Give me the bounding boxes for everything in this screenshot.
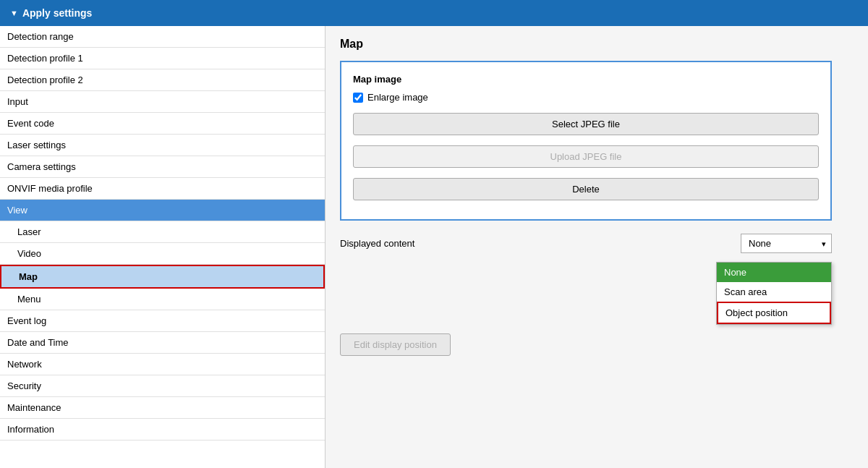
displayed-content-row: Displayed content None Scan area Object … — [340, 234, 832, 253]
delete-button[interactable]: Delete — [353, 178, 819, 200]
map-image-title: Map image — [353, 74, 819, 85]
sidebar-item-detection-profile-1[interactable]: Detection profile 1 — [0, 48, 325, 69]
sidebar-item-input[interactable]: Input — [0, 91, 325, 113]
sidebar-item-menu[interactable]: Menu — [0, 289, 325, 310]
sidebar-item-event-log[interactable]: Event log — [0, 310, 325, 332]
sidebar-item-camera-settings[interactable]: Camera settings — [0, 156, 325, 178]
main-content: Detection rangeDetection profile 1Detect… — [0, 26, 868, 468]
dropdown-option-scan-area[interactable]: Scan area — [717, 282, 831, 302]
enlarge-image-row: Enlarge image — [353, 92, 819, 103]
dropdown-option-none[interactable]: None — [717, 263, 831, 282]
sidebar-item-security[interactable]: Security — [0, 375, 325, 397]
sidebar-item-view[interactable]: View — [0, 200, 325, 221]
sidebar-item-detection-range[interactable]: Detection range — [0, 26, 325, 48]
select-jpeg-button[interactable]: Select JPEG file — [353, 113, 819, 135]
right-panel: Map Map image Enlarge image Select JPEG … — [326, 26, 868, 468]
top-bar: ▼ Apply settings — [0, 0, 868, 26]
map-image-box: Map image Enlarge image Select JPEG file… — [340, 61, 832, 221]
sidebar-item-date-and-time[interactable]: Date and Time — [0, 332, 325, 354]
sidebar-item-event-code[interactable]: Event code — [0, 113, 325, 135]
enlarge-checkbox[interactable] — [353, 93, 363, 103]
sidebar-item-video[interactable]: Video — [0, 243, 325, 265]
dropdown-popup: NoneScan areaObject position — [340, 262, 832, 325]
displayed-content-select-wrapper[interactable]: None Scan area Object position ▾ — [741, 234, 832, 253]
displayed-content-select[interactable]: None Scan area Object position — [741, 234, 832, 253]
displayed-content-label: Displayed content — [340, 238, 414, 249]
sidebar-item-information[interactable]: Information — [0, 419, 325, 441]
dropdown-option-object-position[interactable]: Object position — [717, 302, 831, 324]
dropdown-list: NoneScan areaObject position — [716, 262, 832, 325]
sidebar-item-network[interactable]: Network — [0, 354, 325, 375]
sidebar-item-maintenance[interactable]: Maintenance — [0, 397, 325, 419]
sidebar-item-laser[interactable]: Laser — [0, 221, 325, 243]
sidebar-item-detection-profile-2[interactable]: Detection profile 2 — [0, 69, 325, 91]
edit-display-position-button[interactable]: Edit display position — [340, 333, 451, 356]
enlarge-label: Enlarge image — [367, 92, 428, 103]
sidebar-item-onvif-media-profile[interactable]: ONVIF media profile — [0, 178, 325, 200]
apply-settings-label: Apply settings — [22, 7, 92, 19]
section-title: Map — [340, 38, 854, 51]
edit-position-row: Edit display position — [340, 333, 832, 356]
sidebar-item-laser-settings[interactable]: Laser settings — [0, 135, 325, 156]
sidebar: Detection rangeDetection profile 1Detect… — [0, 26, 326, 468]
upload-jpeg-button[interactable]: Upload JPEG file — [353, 145, 819, 168]
triangle-icon: ▼ — [10, 9, 18, 17]
button-row: Select JPEG file Upload JPEG file Delete — [353, 113, 819, 208]
sidebar-item-map[interactable]: Map — [0, 265, 325, 289]
